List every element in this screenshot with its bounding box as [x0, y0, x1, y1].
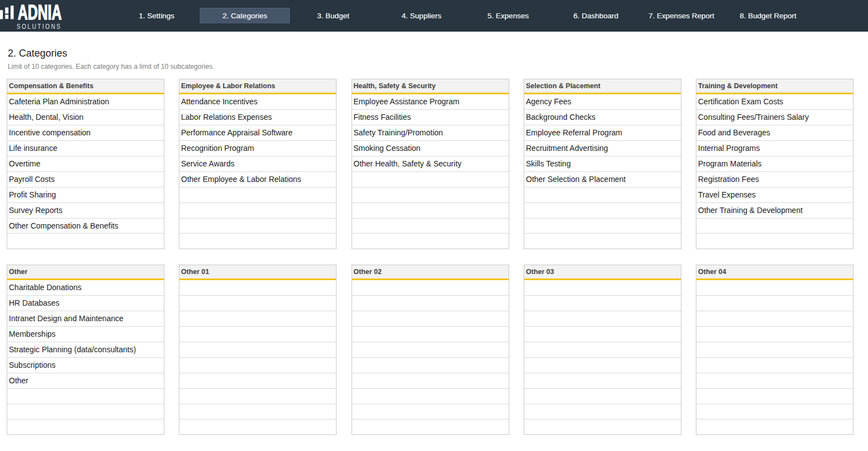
svg-text:SOLUTIONS: SOLUTIONS [17, 23, 62, 31]
svg-text:ADNIA: ADNIA [18, 1, 62, 24]
